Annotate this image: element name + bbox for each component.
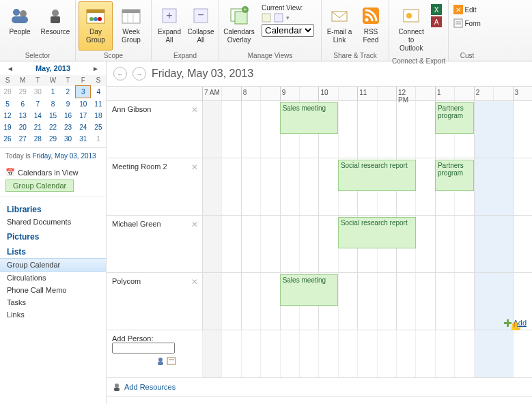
add-person-input[interactable]: [112, 343, 175, 354]
day-group-button[interactable]: Day Group: [79, 1, 113, 50]
date-cell[interactable]: 14: [30, 110, 45, 121]
calendar-event[interactable]: Social research report: [338, 217, 416, 248]
nav-item[interactable]: Group Calendar: [0, 258, 106, 272]
time-cell[interactable]: [299, 158, 318, 215]
nav-lists-header[interactable]: Lists: [0, 243, 106, 258]
time-cell[interactable]: [396, 101, 415, 158]
date-cell[interactable]: 1: [91, 133, 106, 145]
time-cell[interactable]: [377, 330, 396, 377]
calendar-event[interactable]: Social research report: [338, 160, 416, 191]
date-cell[interactable]: 28: [30, 133, 45, 145]
time-cell[interactable]: [338, 273, 357, 330]
time-cell[interactable]: [474, 330, 493, 377]
date-cell[interactable]: 12: [0, 110, 15, 121]
time-cell[interactable]: [454, 330, 473, 377]
date-cell[interactable]: 30: [30, 86, 45, 98]
time-cell[interactable]: [318, 216, 337, 272]
time-cell[interactable]: [241, 330, 260, 377]
browse-icon[interactable]: [167, 356, 176, 366]
time-cell[interactable]: [474, 101, 493, 158]
view-right-icon[interactable]: [274, 13, 283, 23]
check-name-icon[interactable]: [156, 356, 165, 366]
date-cell[interactable]: 7: [30, 98, 45, 111]
calendars-overlay-button[interactable]: + Calendars Overlay: [222, 1, 256, 48]
email-link-button[interactable]: E-mail a Link: [324, 1, 354, 50]
time-cell[interactable]: [396, 273, 415, 330]
time-cell[interactable]: [241, 101, 260, 158]
date-cell[interactable]: 1: [45, 86, 60, 98]
date-cell[interactable]: 26: [0, 133, 15, 145]
calendar-event[interactable]: Sales meeting: [280, 102, 338, 134]
access-icon[interactable]: A: [431, 16, 442, 27]
expand-all-button[interactable]: + Expand All: [154, 1, 184, 50]
time-cell[interactable]: [260, 330, 279, 377]
people-button[interactable]: People: [3, 1, 37, 50]
nav-pictures-header[interactable]: Pictures: [0, 228, 106, 243]
add-resources-link[interactable]: Add Resources: [107, 378, 532, 396]
time-cell[interactable]: [454, 273, 473, 330]
time-cell[interactable]: [221, 330, 240, 377]
date-cell[interactable]: 22: [45, 121, 60, 133]
time-cell[interactable]: [357, 273, 376, 330]
calendar-event[interactable]: Partners program: [435, 160, 474, 191]
time-cell[interactable]: [318, 158, 337, 215]
date-cell[interactable]: 27: [15, 133, 30, 145]
date-cell[interactable]: 11: [91, 98, 106, 111]
date-cell[interactable]: 16: [61, 110, 76, 121]
remove-resource-icon[interactable]: ✕: [191, 105, 198, 115]
collapse-all-button[interactable]: − Collapse All: [186, 1, 216, 50]
remove-resource-icon[interactable]: ✕: [191, 277, 198, 287]
nav-libraries-header[interactable]: Libraries: [0, 201, 106, 216]
date-cell[interactable]: 5: [0, 98, 15, 111]
view-left-icon[interactable]: [262, 13, 271, 23]
time-cell[interactable]: [493, 158, 512, 215]
time-cell[interactable]: [318, 330, 337, 377]
time-cell[interactable]: [415, 273, 434, 330]
next-day[interactable]: →: [132, 67, 146, 81]
time-cell[interactable]: [513, 101, 532, 158]
time-cell[interactable]: [474, 273, 493, 330]
time-cell[interactable]: [202, 158, 221, 215]
time-cell[interactable]: [202, 330, 221, 377]
time-cell[interactable]: [338, 101, 357, 158]
date-cell[interactable]: 24: [76, 121, 91, 133]
time-cell[interactable]: [435, 216, 454, 272]
time-cell[interactable]: [415, 216, 434, 272]
today-link[interactable]: Friday, May 03, 2013: [32, 152, 96, 160]
remove-resource-icon[interactable]: ✕: [191, 162, 198, 172]
time-cell[interactable]: [241, 273, 260, 330]
prev-day[interactable]: ←: [113, 67, 127, 81]
time-cell[interactable]: [221, 101, 240, 158]
time-cell[interactable]: [493, 330, 512, 377]
time-cell[interactable]: [513, 216, 532, 272]
time-cell[interactable]: [493, 101, 512, 158]
date-cell[interactable]: 18: [91, 110, 106, 121]
time-cell[interactable]: [202, 216, 221, 272]
time-cell[interactable]: [202, 101, 221, 158]
time-cell[interactable]: [260, 158, 279, 215]
connect-outlook-button[interactable]: Connect to Outlook: [394, 1, 428, 56]
time-cell[interactable]: [299, 330, 318, 377]
week-group-button[interactable]: Week Group: [114, 1, 148, 50]
time-cell[interactable]: [513, 158, 532, 215]
time-cell[interactable]: [260, 101, 279, 158]
time-cell[interactable]: [474, 158, 493, 215]
date-cell[interactable]: 10: [76, 98, 91, 111]
rss-feed-button[interactable]: RSS Feed: [356, 1, 386, 50]
date-cell[interactable]: 19: [0, 121, 15, 133]
time-cell[interactable]: [377, 101, 396, 158]
time-cell[interactable]: [241, 216, 260, 272]
form-button[interactable]: Form: [451, 18, 482, 29]
date-cell[interactable]: 29: [15, 86, 30, 98]
nav-item[interactable]: Links: [0, 308, 106, 321]
nav-item[interactable]: Tasks: [0, 296, 106, 308]
nav-item[interactable]: Phone Call Memo: [0, 284, 106, 296]
date-cell[interactable]: 2: [61, 86, 76, 98]
next-month[interactable]: ►: [89, 65, 102, 72]
edit-button[interactable]: ✕Edit: [451, 4, 478, 15]
time-cell[interactable]: [357, 330, 376, 377]
date-cell[interactable]: 15: [45, 110, 60, 121]
time-cell[interactable]: [280, 330, 299, 377]
time-cell[interactable]: [435, 273, 454, 330]
time-cell[interactable]: [415, 101, 434, 158]
